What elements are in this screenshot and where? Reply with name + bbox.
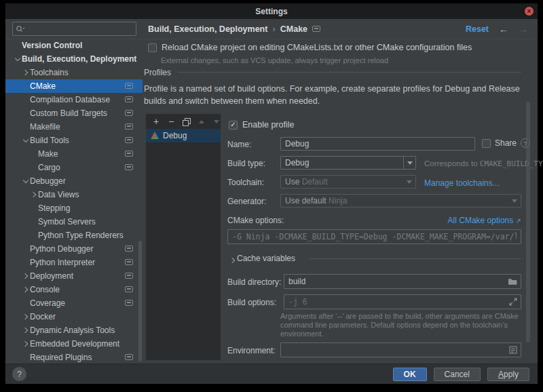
sidebar-item-dynamic-analysis-tools[interactable]: Dynamic Analysis Tools — [5, 324, 143, 337]
generator-select[interactable]: Use default Ninja — [280, 194, 521, 208]
sidebar-item-label: Toolchains — [30, 68, 69, 77]
share-checkbox[interactable]: ✓ — [482, 139, 491, 148]
chevron-spacer — [22, 256, 30, 269]
sidebar-scrollbar[interactable] — [138, 241, 142, 361]
sidebar-item-data-views[interactable]: Data Views — [5, 188, 143, 201]
settings-search[interactable] — [12, 22, 136, 36]
cancel-button[interactable]: Cancel — [434, 368, 481, 381]
sidebar-item-embedded-development[interactable]: Embedded Development — [5, 337, 143, 351]
sidebar-item-label: Makefile — [30, 122, 60, 132]
sidebar-item-stepping[interactable]: Stepping — [5, 201, 143, 215]
folder-icon[interactable] — [508, 277, 517, 286]
chevron-down-icon — [403, 157, 415, 169]
screen-icon — [125, 83, 133, 89]
chevron-down-icon[interactable] — [14, 52, 22, 66]
cache-variables-label: Cache variables — [237, 254, 295, 263]
chevron-spacer — [30, 229, 38, 242]
chevron-spacer — [30, 201, 38, 215]
chevron-down-icon[interactable] — [22, 174, 30, 188]
sidebar-item-label: Dynamic Analysis Tools — [30, 326, 115, 335]
sidebar-item-label: Python Debugger — [30, 244, 93, 254]
sidebar-item-symbol-servers[interactable]: Symbol Servers — [5, 215, 143, 229]
arrow-up-icon — [199, 120, 204, 123]
chevron-right-icon[interactable] — [22, 324, 30, 337]
move-up-button — [198, 117, 206, 126]
check-icon: ✓ — [230, 121, 236, 128]
screen-icon — [125, 96, 133, 102]
sidebar-item-deployment[interactable]: Deployment — [5, 269, 143, 283]
main-scrollbar[interactable] — [526, 102, 530, 342]
manage-toolchains-link[interactable]: Manage toolchains... — [424, 178, 500, 188]
reload-note: External changes, such as VCS update, al… — [161, 56, 388, 65]
remove-profile-button[interactable]: − — [167, 117, 175, 126]
environment-input[interactable] — [281, 343, 509, 357]
enable-profile-checkbox[interactable]: ✓ — [229, 121, 238, 130]
cache-variables-toggle[interactable]: Cache variables — [229, 254, 295, 263]
profile-list-item-debug[interactable]: Debug — [146, 129, 221, 142]
search-input[interactable] — [26, 24, 133, 34]
sidebar-item-cmake[interactable]: CMake — [5, 79, 143, 93]
sidebar-item-makefile[interactable]: Makefile — [5, 120, 143, 134]
environment-label: Environment: — [227, 346, 276, 355]
build-type-select[interactable]: Debug — [280, 156, 416, 170]
sidebar-item-compilation-database[interactable]: Compilation Database — [5, 93, 143, 106]
sidebar-item-debugger[interactable]: Debugger — [5, 174, 143, 188]
sidebar-item-required-plugins[interactable]: Required Plugins — [5, 351, 143, 364]
sidebar-item-cargo[interactable]: Cargo — [5, 161, 143, 174]
sidebar-item-coverage[interactable]: Coverage — [5, 296, 143, 310]
chevron-right-icon[interactable] — [22, 337, 30, 351]
name-input[interactable] — [281, 138, 474, 150]
apply-button[interactable]: Apply — [487, 368, 529, 381]
sidebar-item-label: Compilation Database — [30, 95, 110, 104]
copy-icon — [183, 118, 190, 125]
help-button[interactable]: ? — [12, 367, 26, 381]
close-icon[interactable]: × — [525, 7, 533, 16]
chevron-right-icon[interactable] — [22, 310, 30, 324]
toolchain-select[interactable]: Use Default — [280, 175, 416, 189]
sidebar-item-version-control[interactable]: Version Control — [5, 39, 143, 52]
sidebar-item-console[interactable]: Console — [5, 283, 143, 296]
chevron-down-icon — [403, 176, 415, 188]
all-cmake-options-link[interactable]: All CMake options ↗ — [448, 216, 521, 225]
chevron-spacer — [22, 242, 30, 256]
chevron-down-icon[interactable] — [22, 134, 30, 147]
sidebar-item-docker[interactable]: Docker — [5, 310, 143, 324]
chevron-right-icon[interactable] — [30, 188, 38, 201]
settings-dialog: Settings × Build, Execution, Deployment … — [5, 3, 538, 384]
add-profile-button[interactable]: + — [152, 117, 160, 126]
ok-button[interactable]: OK — [393, 368, 427, 381]
cmake-options-input[interactable] — [228, 230, 521, 243]
sidebar-item-build-execution-deployment[interactable]: Build, Execution, Deployment — [5, 52, 143, 66]
build-options-input[interactable] — [284, 295, 509, 309]
external-link-icon: ↗ — [516, 217, 521, 224]
sidebar-item-python-type-renderers[interactable]: Python Type Renderers — [5, 229, 143, 242]
chevron-right-icon[interactable] — [22, 66, 30, 79]
sidebar-item-make[interactable]: Make — [5, 147, 143, 161]
screen-icon — [125, 273, 133, 279]
breadcrumb-current: CMake — [280, 24, 307, 34]
sidebar-item-custom-build-targets[interactable]: Custom Build Targets — [5, 106, 143, 120]
sidebar-item-python-debugger[interactable]: Python Debugger — [5, 242, 143, 256]
environment-variables-icon[interactable] — [509, 346, 517, 354]
sidebar-item-build-tools[interactable]: Build Tools — [5, 134, 143, 147]
chevron-right-icon[interactable] — [22, 283, 30, 296]
sidebar-item-label: Python Interpreter — [30, 258, 95, 267]
expand-icon[interactable] — [509, 298, 517, 306]
reset-button[interactable]: Reset — [466, 24, 489, 34]
reload-cmake-checkbox[interactable]: ✓ — [148, 43, 157, 52]
window-title: Settings — [255, 7, 287, 16]
sidebar-item-label: Build Tools — [30, 136, 69, 145]
back-arrow-icon[interactable]: ← — [499, 24, 508, 35]
sidebar-item-toolchains[interactable]: Toolchains — [5, 66, 143, 79]
chevron-spacer — [22, 296, 30, 310]
copy-profile-button[interactable] — [182, 117, 190, 126]
screen-icon — [125, 354, 133, 360]
screen-icon — [125, 286, 133, 292]
build-type-label: Build type: — [227, 159, 265, 168]
sidebar-item-python-interpreter[interactable]: Python Interpreter — [5, 256, 143, 269]
build-directory-input[interactable] — [284, 275, 508, 288]
chevron-right-icon[interactable] — [22, 269, 30, 283]
sidebar-item-label: Debugger — [30, 176, 66, 186]
chevron-spacer — [22, 120, 30, 134]
breadcrumb-parent[interactable]: Build, Execution, Deployment — [148, 24, 267, 34]
